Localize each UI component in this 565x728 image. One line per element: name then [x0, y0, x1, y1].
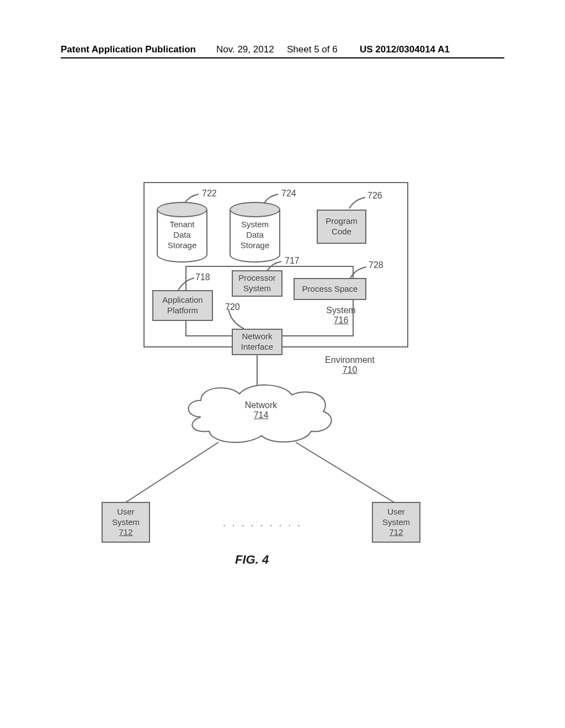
user-system-box-left: User System 712 — [102, 502, 150, 543]
tenant-line3: Storage — [168, 240, 197, 250]
program-code-box: Program Code — [317, 210, 366, 244]
system-label: System 716 — [313, 306, 369, 325]
application-platform-box: Application Platform — [152, 290, 213, 321]
leader-724 — [262, 192, 284, 205]
leader-718 — [175, 276, 198, 291]
publication-label: Patent Application Publication — [61, 44, 196, 55]
user-sys-left-ref: 712 — [119, 527, 132, 538]
network-label: Network 714 — [236, 400, 286, 420]
sysstor-line1: System — [241, 220, 269, 229]
program-code-l1: Program — [326, 216, 358, 227]
ref-717: 717 — [285, 256, 300, 266]
netif-l2: Interface — [241, 342, 273, 352]
user-sys-left-l2: System — [112, 517, 140, 528]
environment-ref: 710 — [343, 365, 358, 374]
tenant-line1: Tenant — [169, 220, 194, 229]
user-sys-left-l1: User — [117, 507, 135, 517]
connectors-cloud-users — [114, 436, 412, 507]
system-label-text: System — [326, 306, 355, 315]
sysstor-line3: Storage — [241, 240, 270, 250]
ref-724: 724 — [281, 189, 296, 199]
process-space-text: Process Space — [302, 284, 358, 295]
app-l2: Platform — [167, 306, 198, 316]
tenant-data-storage-body: Tenant Data Storage — [157, 210, 207, 263]
tenant-line2: Data — [173, 230, 191, 239]
ref-722: 722 — [202, 189, 217, 199]
user-sys-right-ref: 712 — [389, 527, 403, 538]
environment-label: Environment 710 — [311, 355, 388, 375]
ref-726: 726 — [367, 191, 382, 201]
tenant-data-storage-cylinder: Tenant Data Storage — [157, 202, 207, 263]
environment-label-text: Environment — [325, 355, 375, 365]
ellipsis-dots: . . . . . . . . . — [185, 518, 340, 528]
network-ref: 714 — [254, 410, 269, 420]
system-data-storage-body: System Data Storage — [230, 210, 280, 263]
figure-diagram: Tenant Data Storage System Data Storage … — [99, 182, 463, 579]
leader-722 — [182, 192, 204, 205]
process-space-box: Process Space — [294, 278, 366, 300]
network-interface-box: Network Interface — [232, 329, 282, 355]
ref-718: 718 — [195, 272, 210, 282]
publication-date: Nov. 29, 2012 — [216, 44, 274, 55]
svg-line-2 — [296, 442, 395, 503]
processor-l2: System — [243, 283, 271, 294]
network-label-text: Network — [245, 400, 278, 410]
ref-728: 728 — [369, 260, 383, 270]
program-code-l2: Code — [332, 227, 351, 237]
user-system-box-right: User System 712 — [372, 502, 420, 543]
ref-720: 720 — [225, 302, 240, 312]
figure-caption: FIG. 4 — [235, 553, 269, 567]
user-sys-right-l1: User — [387, 507, 405, 517]
publication-number: US 2012/0304014 A1 — [360, 44, 450, 55]
leader-728 — [348, 265, 371, 279]
processor-l1: Processor — [238, 273, 276, 283]
leader-717 — [265, 259, 287, 271]
sheet-number: Sheet 5 of 6 — [287, 44, 338, 55]
system-ref: 716 — [334, 315, 349, 325]
leader-726 — [347, 195, 370, 211]
user-sys-right-l2: System — [382, 517, 410, 528]
sysstor-line2: Data — [246, 230, 264, 239]
processor-system-box: Processor System — [232, 270, 282, 297]
system-data-storage-cylinder: System Data Storage — [230, 202, 280, 263]
app-l1: Application — [162, 295, 202, 306]
netif-l1: Network — [242, 331, 272, 342]
header-rule — [61, 57, 504, 58]
svg-line-1 — [125, 442, 218, 503]
